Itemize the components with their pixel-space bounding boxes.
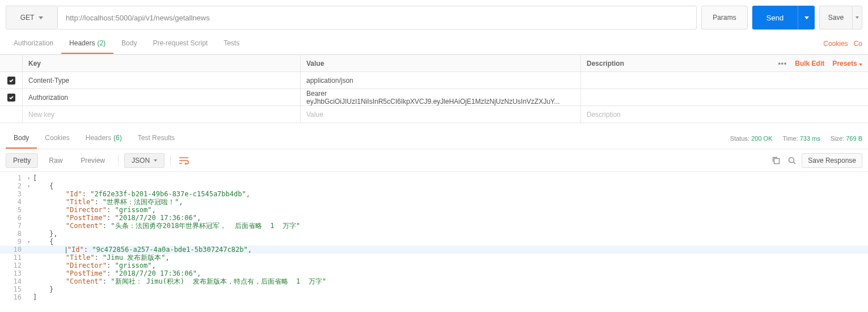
- checkbox[interactable]: [7, 94, 15, 102]
- url-input[interactable]: [58, 6, 697, 29]
- cookies-link[interactable]: Cookies: [823, 40, 848, 48]
- status-label: Status: 200 OK: [730, 135, 773, 142]
- new-desc-input[interactable]: Description: [581, 106, 774, 123]
- response-tab-test-results[interactable]: Test Results: [130, 128, 183, 149]
- svg-rect-0: [774, 158, 779, 163]
- time-label: Time: 733 ms: [782, 135, 820, 142]
- chevron-down-icon: [804, 16, 809, 19]
- chevron-down-icon: [856, 16, 859, 19]
- save-button[interactable]: Save: [819, 6, 852, 29]
- code-line: 16]: [0, 293, 868, 301]
- response-tab-body[interactable]: Body: [6, 128, 37, 149]
- copy-icon[interactable]: [770, 157, 782, 165]
- code-line: 14 "Content": "新闻社： Jimu(积木) 发布新版本，特点有，后…: [0, 277, 868, 285]
- save-response-button[interactable]: Save Response: [802, 153, 862, 168]
- size-label: Size: 769 B: [831, 135, 862, 142]
- bulk-edit-link[interactable]: Bulk Edit: [795, 60, 824, 68]
- send-dropdown[interactable]: [798, 6, 815, 29]
- table-row: AuthorizationBearer eyJhbGciOiJIUzI1NiIs…: [0, 89, 868, 106]
- code-line: 2▾ {: [0, 182, 868, 190]
- code-link[interactable]: Co: [854, 40, 862, 48]
- response-tab-cookies[interactable]: Cookies: [37, 128, 77, 149]
- view-preview[interactable]: Preview: [73, 153, 112, 168]
- headers-table: Key Value Description ••• Bulk Edit Pres…: [0, 54, 868, 123]
- header-key[interactable]: Content-Type: [23, 72, 301, 88]
- header-desc[interactable]: [581, 89, 774, 106]
- code-line: 1▾[: [0, 174, 868, 182]
- new-key-input[interactable]: New key: [23, 106, 301, 123]
- svg-point-1: [789, 157, 794, 162]
- code-line: 11 "Title": "Jimu 发布新版本",: [0, 254, 868, 262]
- params-button[interactable]: Params: [701, 6, 748, 29]
- http-method-label: GET: [20, 14, 35, 22]
- presets-link[interactable]: Presets: [832, 60, 862, 68]
- send-button[interactable]: Send: [752, 6, 798, 29]
- code-line: 7 "Content": "头条：法国勇夺2018年世界杯冠军， 后面省略 1 …: [0, 222, 868, 230]
- headers-count: (2): [97, 39, 106, 47]
- code-line: 5 "Director": "grissom",: [0, 206, 868, 214]
- header-desc[interactable]: [581, 72, 774, 88]
- http-method-select[interactable]: GET: [6, 6, 58, 29]
- checkbox[interactable]: [7, 77, 15, 85]
- code-line: 15 }: [0, 285, 868, 293]
- col-description: Description: [581, 55, 774, 71]
- response-body[interactable]: 1▾[2▾ {3 "Id": "2f62e33f-b201-49b6-837e-…: [0, 172, 868, 303]
- wrap-lines-icon[interactable]: [176, 157, 191, 165]
- chevron-down-icon: [154, 159, 157, 162]
- tab-authorization[interactable]: Authorization: [6, 33, 61, 54]
- chevron-down-icon: [859, 64, 862, 66]
- tab-headers[interactable]: Headers (2): [61, 33, 113, 54]
- tab-label: Headers: [69, 39, 95, 47]
- code-line: 9▾ {: [0, 238, 868, 246]
- tab-body[interactable]: Body: [113, 33, 145, 54]
- save-dropdown[interactable]: [852, 6, 862, 29]
- code-line: 12 "Director": "grissom",: [0, 262, 868, 269]
- view-pretty[interactable]: Pretty: [6, 153, 38, 168]
- header-value[interactable]: application/json: [301, 72, 581, 88]
- code-line: 3 "Id": "2f62e33f-b201-49b6-837e-c1545a7…: [0, 190, 868, 198]
- code-line: 13 "PostTime": "2018/7/20 17:36:06",: [0, 269, 868, 277]
- header-key[interactable]: Authorization: [23, 89, 301, 106]
- search-icon[interactable]: [786, 157, 798, 165]
- tab-prerequest[interactable]: Pre-request Script: [145, 33, 216, 54]
- header-value[interactable]: Bearer eyJhbGciOiJIUzI1NiIsInR5cCI6IkpXV…: [301, 89, 581, 106]
- format-select[interactable]: JSON: [124, 153, 165, 168]
- chevron-down-icon: [39, 16, 43, 19]
- code-line: 4 "Title": "世界杯：法国夺冠啦！",: [0, 198, 868, 206]
- code-line: 8 },: [0, 230, 868, 238]
- col-value: Value: [301, 55, 581, 71]
- code-line: 10 "Id": "9c472856-a257-4a0a-bde1-5b3072…: [0, 246, 868, 254]
- response-tab-headers[interactable]: Headers (6): [78, 128, 130, 149]
- table-row: Content-Typeapplication/json: [0, 72, 868, 89]
- col-key: Key: [23, 55, 301, 71]
- more-icon[interactable]: •••: [778, 60, 787, 68]
- tab-tests[interactable]: Tests: [216, 33, 247, 54]
- code-line: 6 "PostTime": "2018/7/20 17:36:06",: [0, 214, 868, 222]
- new-value-input[interactable]: Value: [301, 106, 581, 123]
- view-raw[interactable]: Raw: [41, 153, 70, 168]
